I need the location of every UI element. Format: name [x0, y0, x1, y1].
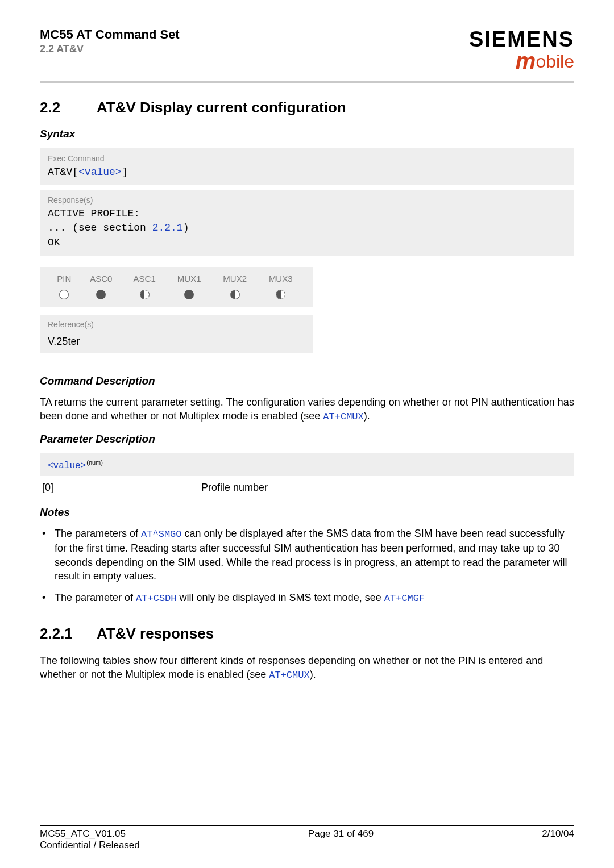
cmddesc-post: ). — [364, 410, 370, 422]
subsection-heading-text: AT&V responses — [97, 625, 214, 642]
response-box: Response(s) ACTIVE PROFILE: ... (see sec… — [40, 190, 574, 256]
cmddesc-link[interactable]: AT+CMUX — [323, 411, 363, 422]
doc-title: MC55 AT Command Set — [40, 27, 180, 42]
exec-close: ] — [122, 166, 128, 178]
page-footer: MC55_ATC_V01.05 Confidential / Released … — [40, 825, 574, 851]
footer-right: 2/10/04 — [542, 828, 574, 851]
notes-list: The parameters of AT^SMGO can only be di… — [40, 527, 574, 605]
circle-empty-icon — [59, 290, 69, 299]
logo-mobile-rest: obile — [536, 51, 574, 72]
logo-mobile-text: mobile — [469, 48, 574, 74]
cmddesc-text: TA returns the current parameter setting… — [40, 395, 574, 424]
section-number: 2.2 — [40, 99, 97, 116]
exec-command: AT&V[<value>] — [48, 165, 566, 180]
note-1: The parameters of AT^SMGO can only be di… — [40, 527, 574, 583]
footer-rule — [40, 825, 574, 826]
note2-mid: will only be displayed in SMS text mode,… — [177, 592, 384, 603]
pin-table-head-row: PIN ASC0 ASC1 MUX1 MUX2 MUX3 — [49, 273, 304, 289]
section-heading-text: AT&V Display current configuration — [97, 99, 346, 116]
param-row: [0] Profile number — [40, 482, 574, 494]
pin-col-1: ASC0 — [80, 273, 123, 289]
pin-table-box: PIN ASC0 ASC1 MUX1 MUX2 MUX3 — [40, 267, 313, 307]
resp-line1: ACTIVE PROFILE: — [48, 207, 566, 221]
param-sup: (num) — [86, 459, 103, 466]
reference-label: Reference(s) — [40, 315, 313, 333]
note1-link[interactable]: AT^SMGO — [141, 529, 181, 540]
resp-line2-post: ) — [183, 222, 189, 233]
param-key: [0] — [42, 482, 53, 494]
note2-link1[interactable]: AT+CSDH — [136, 593, 176, 604]
sub-body-link[interactable]: AT+CMUX — [269, 670, 309, 681]
paramdesc-heading: Parameter Description — [40, 433, 574, 445]
resp-line2-link[interactable]: 2.2.1 — [152, 222, 183, 233]
pin-table: PIN ASC0 ASC1 MUX1 MUX2 MUX3 — [49, 273, 304, 299]
circle-half-icon — [276, 290, 285, 299]
doc-subtitle: 2.2 AT&V — [40, 43, 180, 55]
param-tag[interactable]: <value> — [48, 461, 86, 471]
notes-heading: Notes — [40, 506, 574, 519]
exec-open: [ — [72, 166, 78, 178]
pin-cell-0 — [49, 289, 80, 299]
page: MC55 AT Command Set 2.2 AT&V SIEMENS mob… — [0, 0, 614, 868]
param-val: Profile number — [201, 482, 268, 494]
logo-mobile-m: m — [516, 48, 536, 73]
note2-pre: The parameter of — [55, 592, 136, 603]
pin-cell-1 — [80, 289, 123, 299]
footer-left2: Confidential / Released — [40, 840, 140, 851]
circle-half-icon — [230, 290, 240, 299]
pin-cell-3 — [166, 289, 212, 299]
subsection-body: The following tables show four different… — [40, 654, 574, 682]
footer-center: Page 31 of 469 — [308, 828, 374, 851]
siemens-logo: SIEMENS mobile — [469, 27, 574, 74]
subsection-title: 2.2.1AT&V responses — [40, 625, 574, 642]
exec-command-box: Exec Command AT&V[<value>] — [40, 148, 574, 185]
pin-table-state-row — [49, 289, 304, 299]
circle-full-icon — [96, 290, 106, 299]
footer-left: MC55_ATC_V01.05 Confidential / Released — [40, 828, 140, 851]
note-2: The parameter of AT+CSDH will only be di… — [40, 591, 574, 606]
exec-prefix: AT&V — [48, 166, 72, 178]
response-label: Response(s) — [48, 195, 566, 205]
pin-col-4: MUX2 — [212, 273, 258, 289]
subsection-number: 2.2.1 — [40, 625, 97, 642]
note2-link2[interactable]: AT+CMGF — [384, 593, 425, 604]
circle-full-icon — [184, 290, 194, 299]
response-body: ACTIVE PROFILE: ... (see section 2.2.1) … — [48, 207, 566, 250]
reference-box: Reference(s) V.25ter — [40, 315, 313, 353]
pin-cell-5 — [258, 289, 304, 299]
exec-param-link[interactable]: <value> — [78, 166, 122, 178]
section-title: 2.2AT&V Display current configuration — [40, 99, 574, 116]
pin-col-0: PIN — [49, 273, 80, 289]
note1-pre: The parameters of — [55, 528, 141, 539]
header-rule — [40, 81, 574, 83]
pin-cell-2 — [123, 289, 166, 299]
cmddesc-heading: Command Description — [40, 375, 574, 387]
syntax-heading: Syntax — [40, 128, 574, 140]
page-header: MC55 AT Command Set 2.2 AT&V SIEMENS mob… — [40, 27, 574, 74]
pin-col-2: ASC1 — [123, 273, 166, 289]
pin-col-5: MUX3 — [258, 273, 304, 289]
exec-label: Exec Command — [48, 154, 566, 163]
resp-line3: OK — [48, 236, 566, 250]
circle-half-icon — [140, 290, 150, 299]
header-left: MC55 AT Command Set 2.2 AT&V — [40, 27, 180, 55]
pin-cell-4 — [212, 289, 258, 299]
cmddesc-pre: TA returns the current parameter setting… — [40, 397, 574, 422]
footer-row: MC55_ATC_V01.05 Confidential / Released … — [40, 828, 574, 851]
reference-value: V.25ter — [40, 333, 313, 353]
resp-line2-pre: ... (see section — [48, 222, 152, 233]
sub-body-post: ). — [310, 669, 316, 680]
pin-col-3: MUX1 — [166, 273, 212, 289]
resp-line2: ... (see section 2.2.1) — [48, 221, 566, 235]
footer-left1: MC55_ATC_V01.05 — [40, 828, 140, 840]
param-bar: <value>(num) — [40, 453, 574, 476]
